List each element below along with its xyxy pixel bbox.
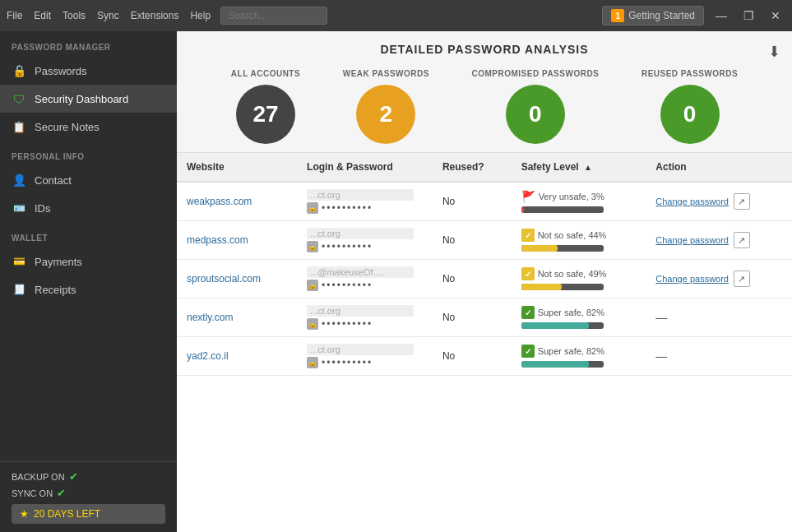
backup-check-icon: ✔ [69,470,78,483]
search-input[interactable] [220,7,327,25]
site-name-cell[interactable]: yad2.co.il [187,350,229,362]
change-password-button[interactable]: Change password [655,197,729,206]
download-button[interactable]: ⬇ [768,43,780,61]
action-cell: — [646,337,792,376]
stat-weak-label: WEAK PASSWORDS [343,69,429,78]
open-site-button[interactable]: ↗ [734,271,750,287]
safety-indicator: ✓ Super safe, 82% [521,345,637,358]
login-email: ...@makeuseOf.... [307,266,414,278]
menu-item-help[interactable]: Help [190,10,211,21]
site-name-cell[interactable]: nextly.com [187,312,233,323]
safety-bar-fill [521,284,562,290]
sidebar-item-security-dashboard[interactable]: 🛡 Security Dashboard [0,85,177,113]
login-email: ...ct.org [307,305,414,317]
safety-cell: ✓ Not so safe, 44% [512,221,646,260]
menu-item-edit[interactable]: Edit [34,10,51,21]
stat-reused-passwords: REUSED PASSWORDS 0 [641,69,738,144]
sidebar-passwords-label: Passwords [35,65,87,77]
login-cell: ...ct.org🔒•••••••••• [307,228,423,252]
change-password-button[interactable]: Change password [655,235,729,245]
stat-compromised-circle: 0 [506,85,565,144]
action-cell: Change password↗ [646,221,792,260]
password-mask: •••••••••• [322,318,373,330]
open-site-button[interactable]: ↗ [734,193,750,210]
sidebar-ids-label: IDs [35,202,51,215]
password-mask: •••••••••• [322,202,373,214]
sidebar-item-payments[interactable]: 💳 Payments [0,247,177,275]
col-website: Website [177,153,297,182]
stat-weak-circle: 2 [356,85,415,144]
table-header-row: Website Login & Password Reused? Safety … [177,153,792,182]
backup-status-row: BACKUP ON ✔ [12,470,165,483]
sidebar-item-ids[interactable]: 🪪 IDs [0,194,177,222]
safety-cell: ✓ Super safe, 82% [512,337,646,376]
maximize-button[interactable]: ❐ [739,7,759,24]
check-yellow-icon: ✓ [521,267,535,280]
password-mask: •••••••••• [322,357,373,368]
sidebar-item-passwords[interactable]: 🔒 Passwords [0,57,177,85]
action-cell: Change password↗ [646,260,792,298]
sidebar-item-receipts[interactable]: 🧾 Receipts [0,275,177,303]
close-button[interactable]: ✕ [766,7,785,24]
stats-row: ALL ACCOUNTS 27 WEAK PASSWORDS 2 COMPROM… [193,69,776,144]
password-table: Website Login & Password Reused? Safety … [177,153,792,376]
stat-all-label: ALL ACCOUNTS [231,69,300,78]
safety-cell: 🚩 Very unsafe, 3% [512,182,646,221]
open-site-button[interactable]: ↗ [734,232,750,248]
no-action-label: — [655,311,667,324]
contact-icon: 👤 [12,173,26,187]
stat-weak-passwords: WEAK PASSWORDS 2 [343,69,429,144]
safety-bar-bg [521,245,604,252]
reused-cell: No [433,260,512,298]
menu-item-file[interactable]: File [7,10,22,21]
getting-started-button[interactable]: 1 Getting Started [602,6,704,25]
lock-small-icon: 🔒 [307,202,318,214]
backup-status-label: BACKUP ON [12,472,65,482]
lock-small-icon: 🔒 [307,318,318,330]
change-password-button[interactable]: Change password [655,274,729,284]
no-action-label: — [655,349,667,363]
sidebar-item-contact[interactable]: 👤 Contact [0,166,177,194]
sort-icon: ▲ [584,163,592,172]
site-name-cell[interactable]: weakpass.com [187,196,252,207]
title-bar-right: 1 Getting Started — ❐ ✕ [602,6,785,25]
stat-all-accounts: ALL ACCOUNTS 27 [231,69,300,144]
shield-icon: 🛡 [12,91,26,106]
table-row: yad2.co.il...ct.org🔒••••••••••No✓ Super … [177,337,792,376]
table-row: sproutsocial.com...@makeuseOf....🔒••••••… [177,260,792,298]
site-name-cell[interactable]: medpass.com [187,234,248,246]
password-mask: •••••••••• [322,280,373,291]
id-icon: 🪪 [12,201,26,215]
sync-check-icon: ✔ [57,487,66,499]
safety-bar-bg [521,284,604,290]
menu-item-tools[interactable]: Tools [63,10,86,21]
reused-cell: No [433,221,512,260]
reused-cell: No [433,298,512,337]
menu-item-sync[interactable]: Sync [97,10,119,21]
login-cell: ...ct.org🔒•••••••••• [307,305,423,330]
col-reused: Reused? [433,153,512,182]
table-wrapper[interactable]: Website Login & Password Reused? Safety … [177,153,792,532]
minimize-button[interactable]: — [711,7,732,24]
stat-reused-label: REUSED PASSWORDS [641,69,738,78]
star-icon: ★ [20,508,29,520]
menu-bar: FileEditToolsSyncExtensionsHelp [7,10,211,21]
sidebar-contact-label: Contact [35,174,72,187]
panel-header: DETAILED PASSWORD ANALYSIS ALL ACCOUNTS … [177,31,792,153]
main-content: DETAILED PASSWORD ANALYSIS ALL ACCOUNTS … [177,31,792,532]
receipt-icon: 🧾 [12,282,26,297]
safety-bar-fill [521,322,589,329]
reused-cell: No [433,337,512,376]
lock-small-icon: 🔒 [307,241,318,252]
trial-label: 20 DAYS LEFT [34,508,100,520]
note-icon: 📋 [12,119,26,134]
sidebar-payments-label: Payments [35,256,82,268]
sidebar-item-secure-notes[interactable]: 📋 Secure Notes [0,113,177,141]
site-name-cell[interactable]: sproutsocial.com [187,273,261,285]
sidebar-security-label: Security Dashboard [35,93,128,105]
wallet-section-label: WALLET [0,222,177,247]
menu-item-extensions[interactable]: Extensions [131,10,179,21]
sync-status-label: SYNC ON [12,488,53,498]
login-cell: ...ct.org🔒•••••••••• [307,189,423,214]
trial-badge[interactable]: ★ 20 DAYS LEFT [12,504,165,524]
